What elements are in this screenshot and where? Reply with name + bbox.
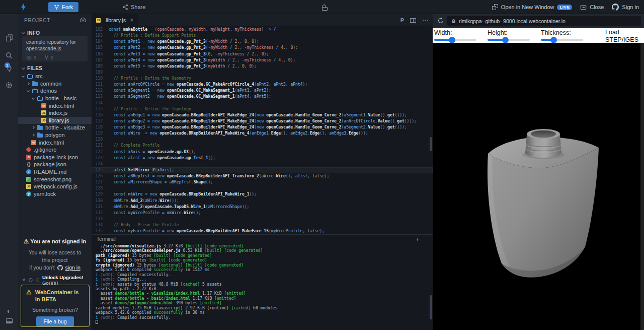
code-line-117[interactable]: 117 const anEdge2 = new openCascade.BRep… [92,118,433,124]
load-step-iges-button[interactable]: Load STEP/IGES [602,28,644,43]
code-line-122[interactable]: 122 const xAxis = openCascade.gp.OX(); [92,149,433,155]
refresh-icon[interactable] [437,17,444,26]
tree-item-index.js[interactable]: JSindex.js [18,109,92,117]
slider-track[interactable] [434,39,476,41]
code-line-120[interactable]: 120 [92,137,433,143]
slider-thumb[interactable] [550,37,557,43]
tree-item-library.js[interactable]: JSlibrary.js [18,117,92,124]
tree-item-package-lock.json[interactable]: npackage-lock.json [18,154,92,161]
settings-gear-icon[interactable] [0,81,18,89]
code-line-111[interactable]: 111 const anArcOfCircle = new openCascad… [92,82,433,88]
line-number: 118 [92,124,109,130]
code-line-131[interactable]: 131 mkWire.Add_2(openCascade.TopoDS.Wire… [92,204,433,210]
line-number: 134 [92,222,109,228]
tree-item-package.json[interactable]: {}package.json [18,161,92,168]
open-in-new-window-button[interactable]: Open in New Window LIVE [492,4,573,10]
code-line-130[interactable]: 130 mkWire.Add_2(aWire.Wire()); [92,198,433,204]
tab-close-icon[interactable]: × [130,17,133,24]
preview-viewport[interactable] [433,43,644,330]
preview-page-scrollbar[interactable] [640,43,644,330]
code-line-132[interactable]: 132 const myWireProfile = mkWire.Wire(); [92,210,433,216]
prettier-format-icon[interactable]: P [400,17,404,23]
explorer-icon[interactable] [0,34,18,42]
code-line-125[interactable]: 125 aTrsf.SetMirror_2(xAxis); [92,167,433,173]
theme-toggle-icon[interactable]: ◐ [0,308,18,314]
tree-item-webpack.config.js[interactable]: JSwebpack.config.js [18,183,92,190]
tree-item-common[interactable]: common [18,80,92,88]
fork-button[interactable]: Fork [48,2,78,12]
twitter-icon[interactable] [22,278,26,282]
split-editor-icon[interactable] [410,18,416,23]
code-line-102[interactable]: 102const makeBottle = (openCascade, myWi… [92,27,433,33]
code-line-103[interactable]: 103 // Profile : Define Support Points [92,33,433,39]
code-line-119[interactable]: 119 const aWire = new openCascade.BRepBu… [92,130,433,137]
tree-item-.gitignore[interactable]: .gitignore [18,146,92,154]
code-line-133[interactable]: 133 [92,216,433,222]
tree-item-bottle-basic[interactable]: bottle - basic [18,95,92,102]
tree-item-README.md[interactable]: iREADME.md [18,168,92,176]
tree-item-yarn.lock[interactable]: yyarn.lock [18,190,92,198]
code-line-105[interactable]: 105 const aPnt2 = new openCascade.gp_Pnt… [92,45,433,51]
tab-library-js[interactable]: JS library.js × [92,14,138,26]
code-line-134[interactable]: 134 // Body : Prism the Profile [92,222,433,228]
embed-icon[interactable] [36,278,39,282]
terminal-output[interactable]: ./src/common/visualize.js 3.27 KiB [buil… [96,244,427,330]
code-line-106[interactable]: 106 const aPnt3 = new openCascade.gp_Pnt… [92,51,433,57]
search-icon[interactable] [0,51,18,59]
code-line-135[interactable]: 135 const myFaceProfile = new openCascad… [92,228,433,234]
github-icon[interactable] [29,278,33,283]
dependencies-plug-icon[interactable]: 1 [0,65,18,75]
unlock-upgrades-text[interactable]: Unlock Upgrades! Go [42,275,88,286]
slider-thumb[interactable] [502,37,509,43]
code-line-126[interactable]: 126 const aBRepTrsf = new openCascade.BR… [92,173,433,179]
tree-item-demos[interactable]: demos [18,87,92,95]
code-line-109[interactable]: 109 [92,70,433,76]
tree-item-bottle-visualize[interactable]: bottle - visualize [18,124,92,131]
info-section-header[interactable]: INFO [18,29,92,36]
line-number: 131 [92,204,109,210]
line-number: 105 [92,45,109,51]
editor-scrollbar[interactable] [429,26,433,234]
url-field[interactable]: rlmikqppa--github--9000.local.webcontain… [447,16,641,26]
code-line-124[interactable]: 124 [92,161,433,167]
code-line-108[interactable]: 108 const aPnt5 = new openCascade.gp_Pnt… [92,63,433,70]
code-line-112[interactable]: 112 const aSegment1 = new openCascade.GC… [92,88,433,94]
sign-in-button[interactable]: Sign in [612,4,639,11]
tree-item-src[interactable]: src [18,73,92,80]
slider-track[interactable] [541,39,583,41]
file-a-bug-button[interactable]: File a bug [36,316,73,326]
privacy-lock-icon[interactable] [321,4,328,11]
code-editor[interactable]: 102const makeBottle = (openCascade, myWi… [92,26,433,234]
code-line-121[interactable]: 121 // Complete Profile [92,143,433,149]
code-line-118[interactable]: 118 const anEdge3 = new openCascade.BRep… [92,124,433,130]
share-button[interactable]: Share [122,2,145,12]
code-line-116[interactable]: 116 const anEdge1 = new openCascade.BRep… [92,112,433,118]
slider-track[interactable] [488,39,530,41]
npm-icon: n [26,155,31,160]
code-line-107[interactable]: 107 const aPnt4 = new openCascade.gp_Pnt… [92,57,433,63]
control-height: Height: [486,28,539,43]
code-line-123[interactable]: 123 const aTrsf = new openCascade.gp_Trs… [92,155,433,161]
slider-thumb[interactable] [449,37,455,43]
code-line-127[interactable]: 127 const aMirroredShape = aBRepTrsf.Sha… [92,179,433,185]
stackblitz-bolt-icon[interactable] [20,3,27,13]
tree-item-screenshot.png[interactable]: screenshot.png [18,175,92,183]
code-line-113[interactable]: 113 const aSegment2 = new openCascade.GC… [92,94,433,100]
more-actions-icon[interactable]: ⋯ [422,17,429,24]
code-line-114[interactable]: 114 [92,100,433,106]
tree-item-index.html[interactable]: <>index.html [18,102,92,109]
toggle-panel-icon[interactable] [0,318,18,323]
new-terminal-button[interactable]: + [416,235,420,243]
files-section-header[interactable]: FILES [18,64,92,72]
code-line-129[interactable]: 129 const mkWire = new openCascade.BRepB… [92,191,433,197]
code-line-128[interactable]: 128 [92,185,433,191]
tree-item-index.html[interactable]: <>index.html [18,139,92,146]
code-line-110[interactable]: 110 // Profile : Define the Geometry [92,76,433,82]
close-preview-button[interactable]: Close [580,4,604,11]
tree-item-polygon[interactable]: polygon [18,131,92,139]
code-line-104[interactable]: 104 const aPnt1 = new openCascade.gp_Pnt… [92,39,433,45]
code-line-115[interactable]: 115 // Profile : Define the Topology [92,106,433,112]
sign-in-link[interactable]: sign in [65,265,80,271]
cloud-download-icon[interactable] [79,17,87,24]
terminal-scrollbar[interactable] [429,243,433,330]
